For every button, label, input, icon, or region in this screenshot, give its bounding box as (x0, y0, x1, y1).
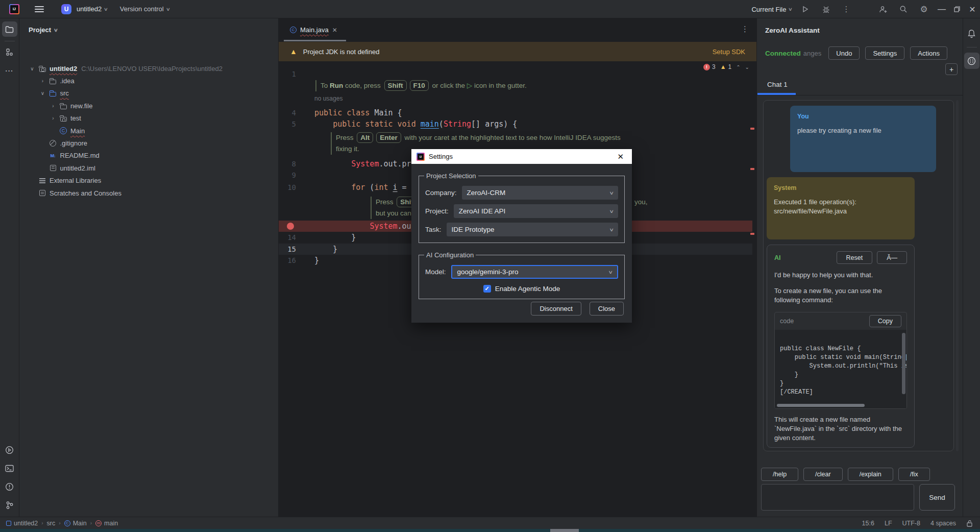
dialog-close-icon[interactable]: ✕ (614, 152, 627, 161)
setup-sdk-link[interactable]: Setup SDK (713, 48, 745, 56)
breadcrumb-main[interactable]: mmain (95, 520, 118, 527)
stripe-divider (5, 41, 15, 41)
editor-line[interactable]: 1 (279, 68, 752, 80)
settings-button[interactable]: Settings (865, 46, 904, 60)
caret-position[interactable]: 15:6 (862, 520, 874, 527)
line-separator[interactable]: LF (885, 520, 892, 527)
tree-item-src[interactable]: ∨src (19, 87, 278, 100)
problems-tool-icon[interactable] (2, 479, 17, 494)
chevron-down-icon: ∨ (165, 7, 170, 12)
actions-button[interactable]: Actions (910, 46, 947, 60)
scrollbar-thumb[interactable] (550, 529, 579, 532)
main-menu-icon[interactable] (35, 6, 44, 12)
line-number: 10 (279, 182, 296, 193)
method-icon: m (95, 520, 102, 526)
editor-line[interactable]: 4public class Main { (279, 107, 752, 118)
add-user-icon[interactable] (877, 3, 889, 15)
file-encoding[interactable]: UTF-8 (902, 520, 920, 527)
project-widget[interactable]: untitled2 ∨ (77, 5, 108, 13)
code-text: } (314, 244, 337, 255)
close-button[interactable]: Close (590, 302, 624, 316)
terminal-tool-icon[interactable] (2, 461, 17, 476)
breadcrumb-untitled2[interactable]: untitled2 (6, 520, 38, 527)
chevron-right-icon[interactable]: › (40, 78, 46, 84)
tree-item-untitled2-iml[interactable]: untitled2.iml (19, 162, 278, 174)
error-stripe-mark[interactable] (750, 168, 754, 170)
line-number: 14 (279, 232, 296, 243)
line-number: 1 (279, 68, 296, 80)
editor-horizontal-scrollbar[interactable] (0, 529, 980, 532)
code-horizontal-scrollbar[interactable] (777, 404, 865, 407)
ai-action-button[interactable]: Ā— (877, 251, 907, 264)
restore-icon[interactable] (949, 0, 965, 18)
assistant-plugin-icon[interactable] (964, 53, 979, 69)
tree-item--gitignore[interactable]: .gitignore (19, 137, 278, 149)
command-clear-button[interactable]: /clear (803, 468, 843, 481)
tree-item-external-libraries[interactable]: External Libraries (19, 175, 278, 187)
more-tools-icon[interactable]: ⋯ (2, 63, 17, 78)
chevron-down-icon[interactable]: ∨ (29, 66, 35, 71)
project-dropdown[interactable]: ZeroAI IDE API∨ (454, 204, 618, 218)
copy-button[interactable]: Copy (869, 315, 901, 327)
usages-hint[interactable]: no usages (314, 95, 342, 102)
field-label: Company: (425, 189, 457, 197)
editor-line[interactable]: 5 public static void main(String[] args)… (279, 118, 752, 130)
tab-chat-1[interactable]: Chat 1 (767, 81, 788, 88)
company-dropdown[interactable]: ZeroAI-CRM∨ (462, 186, 618, 200)
gitignore-icon (49, 139, 57, 147)
search-icon[interactable] (897, 3, 910, 15)
tree-item-main[interactable]: CMain (19, 125, 278, 137)
disconnect-button[interactable]: Disconnect (531, 302, 581, 316)
project-panel-header[interactable]: Project ∨ (19, 18, 278, 34)
undo-button[interactable]: Undo (828, 46, 860, 60)
tree-item-test[interactable]: ›test (19, 112, 278, 125)
dialog-title-bar[interactable]: IJ Settings ✕ (411, 149, 632, 164)
model-dropdown[interactable]: google/gemini-3-pro∨ (451, 265, 618, 279)
services-tool-icon[interactable] (2, 442, 17, 457)
minimize-icon[interactable]: — (934, 0, 949, 18)
settings-gear-icon[interactable]: ⚙ (918, 3, 930, 15)
breadcrumb-label: main (104, 520, 118, 527)
readonly-lock-icon[interactable] (966, 520, 973, 527)
breakpoint-icon[interactable] (287, 223, 294, 230)
error-stripe-mark[interactable] (750, 233, 754, 235)
structure-tool-icon[interactable] (2, 44, 17, 60)
run-config-selector[interactable]: Current File ∨ (751, 6, 792, 13)
chat-input[interactable] (761, 484, 914, 511)
task-dropdown[interactable]: IDE Prototype∨ (447, 223, 618, 236)
ai-action-button[interactable]: Reset (837, 251, 873, 264)
tab-close-icon[interactable]: ✕ (332, 27, 337, 34)
chevron-right-icon[interactable]: › (50, 103, 56, 109)
agentic-mode-checkbox[interactable]: ✓ (483, 285, 491, 293)
tree-item--idea[interactable]: ›.idea (19, 75, 278, 87)
editor-options-icon[interactable]: ⋮ (741, 25, 749, 34)
error-stripe-mark[interactable] (750, 128, 754, 130)
indent-style[interactable]: 4 spaces (930, 520, 956, 527)
new-chat-button[interactable]: + (945, 63, 958, 75)
command-help-button[interactable]: /help (761, 468, 798, 481)
chevron-down-icon[interactable]: ∨ (40, 90, 46, 96)
project-tool-icon[interactable] (2, 21, 17, 37)
tree-item-readme-md[interactable]: M↓README.md (19, 150, 278, 162)
breadcrumb-main[interactable]: CMain (64, 520, 87, 527)
code-vertical-scrollbar[interactable] (902, 333, 905, 394)
send-button[interactable]: Send (919, 484, 955, 511)
vcs-widget[interactable]: Version control ∨ (120, 5, 170, 13)
chat-scrollbar[interactable] (956, 100, 959, 451)
message-role-label: You (797, 112, 929, 121)
command-fix-button[interactable]: /fix (898, 468, 930, 481)
close-icon[interactable]: ✕ (965, 0, 980, 18)
chevron-right-icon[interactable]: › (50, 115, 56, 121)
more-actions-icon[interactable]: ⋮ (840, 3, 852, 15)
tree-item-scratches-and-consoles[interactable]: Scratches and Consoles (19, 187, 278, 199)
tab-main-java[interactable]: C Main.java ✕ (284, 18, 344, 41)
git-tool-icon[interactable] (2, 497, 17, 513)
debug-icon[interactable] (820, 3, 832, 15)
notifications-bell-icon[interactable] (964, 26, 979, 42)
breadcrumb-src[interactable]: src (47, 520, 56, 527)
tree-item-new-file[interactable]: ›new.file (19, 100, 278, 112)
tree-item-untitled2[interactable]: ∨untitled2C:\Users\LENOVO USER\IdeaProje… (19, 62, 278, 75)
run-icon[interactable] (799, 3, 812, 15)
command-explain-button[interactable]: /explain (848, 468, 893, 481)
code-block-content[interactable]: public class NewFile { public static voi… (775, 330, 906, 408)
